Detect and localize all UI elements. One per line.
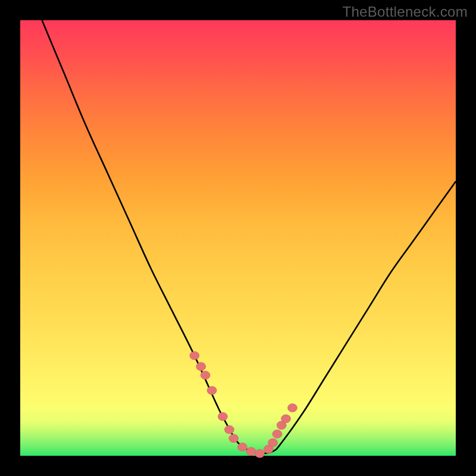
- marker-point: [281, 415, 291, 423]
- marker-point: [273, 430, 282, 438]
- marker-point: [196, 362, 206, 371]
- watermark-text: TheBottleneck.com: [342, 4, 468, 20]
- plot-area: [20, 20, 456, 456]
- highlight-markers: [190, 352, 298, 458]
- marker-point: [207, 386, 217, 394]
- marker-point: [255, 449, 265, 458]
- marker-point: [229, 434, 239, 443]
- bottleneck-curve: [42, 20, 456, 453]
- marker-point: [237, 443, 247, 451]
- marker-point: [218, 412, 227, 421]
- marker-point: [201, 371, 210, 380]
- curve-svg: [20, 20, 456, 456]
- marker-point: [246, 447, 256, 456]
- chart-frame: TheBottleneck.com: [0, 0, 476, 476]
- marker-point: [268, 439, 278, 447]
- marker-point: [224, 425, 234, 434]
- marker-point: [190, 352, 199, 360]
- marker-point: [288, 403, 298, 412]
